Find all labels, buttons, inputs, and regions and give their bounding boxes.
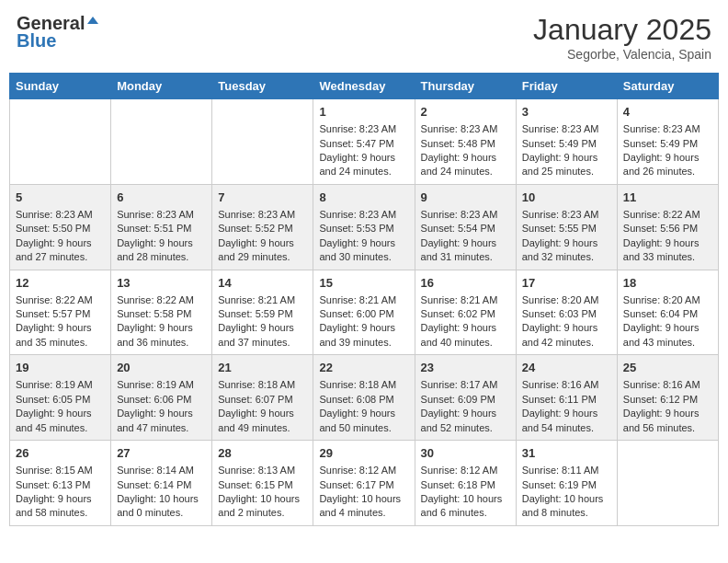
day-info: and 29 minutes.	[218, 250, 307, 264]
day-info: Sunset: 5:54 PM	[421, 222, 510, 236]
calendar-cell: 23Sunrise: 8:17 AMSunset: 6:09 PMDayligh…	[415, 355, 516, 441]
day-info: Sunset: 6:18 PM	[421, 478, 510, 492]
day-info: Daylight: 9 hours	[522, 236, 611, 250]
day-info: Daylight: 9 hours	[117, 236, 206, 250]
day-info: and 54 minutes.	[522, 421, 611, 435]
day-info: Sunrise: 8:23 AM	[319, 208, 408, 222]
day-info: Daylight: 9 hours	[319, 151, 408, 165]
day-info: Sunrise: 8:23 AM	[522, 208, 611, 222]
day-info: Sunset: 5:51 PM	[117, 222, 206, 236]
day-info: Sunrise: 8:23 AM	[16, 208, 105, 222]
calendar-cell: 15Sunrise: 8:21 AMSunset: 6:00 PMDayligh…	[313, 270, 415, 355]
day-info: Daylight: 9 hours	[421, 321, 510, 335]
day-info: Daylight: 9 hours	[522, 151, 611, 165]
calendar-cell: 25Sunrise: 8:16 AMSunset: 6:12 PMDayligh…	[617, 355, 718, 441]
day-info: Daylight: 10 hours	[421, 492, 510, 506]
day-info: Daylight: 10 hours	[117, 492, 206, 506]
day-number: 6	[117, 190, 206, 206]
logo: General Blue	[17, 13, 100, 52]
calendar-cell: 27Sunrise: 8:14 AMSunset: 6:14 PMDayligh…	[111, 441, 212, 526]
day-info: Sunset: 6:04 PM	[623, 307, 712, 321]
logo-icon	[85, 15, 100, 29]
day-header-wednesday: Wednesday	[313, 74, 415, 99]
day-header-friday: Friday	[516, 74, 617, 99]
calendar-cell: 14Sunrise: 8:21 AMSunset: 5:59 PMDayligh…	[212, 270, 313, 355]
day-number: 26	[16, 445, 105, 462]
day-info: Daylight: 10 hours	[319, 492, 408, 506]
day-info: Sunrise: 8:23 AM	[522, 122, 611, 136]
day-info: and 37 minutes.	[218, 336, 307, 350]
day-number: 27	[117, 445, 206, 462]
day-info: Sunrise: 8:23 AM	[623, 122, 712, 136]
day-info: Sunset: 5:53 PM	[319, 222, 408, 236]
day-info: Daylight: 9 hours	[319, 321, 408, 335]
day-header-saturday: Saturday	[617, 74, 718, 99]
day-info: Sunrise: 8:11 AM	[522, 464, 611, 477]
day-info: Daylight: 9 hours	[623, 407, 712, 420]
day-info: and 25 minutes.	[522, 165, 611, 178]
day-info: Sunrise: 8:17 AM	[421, 378, 510, 392]
calendar-week-5: 26Sunrise: 8:15 AMSunset: 6:13 PMDayligh…	[10, 441, 719, 526]
day-info: Sunrise: 8:12 AM	[421, 464, 510, 477]
day-info: Sunrise: 8:22 AM	[117, 293, 206, 307]
day-info: and 6 minutes.	[421, 506, 510, 520]
day-info: Sunrise: 8:23 AM	[319, 122, 408, 136]
day-header-sunday: Sunday	[10, 74, 111, 99]
day-info: Daylight: 9 hours	[218, 321, 307, 335]
day-info: Daylight: 10 hours	[218, 492, 307, 506]
day-info: Sunset: 5:57 PM	[16, 307, 105, 321]
day-info: and 31 minutes.	[421, 250, 510, 264]
day-info: Sunset: 5:58 PM	[117, 307, 206, 321]
day-number: 2	[421, 104, 510, 121]
day-info: Sunset: 5:48 PM	[421, 137, 510, 151]
day-info: Sunrise: 8:23 AM	[117, 208, 206, 222]
calendar-cell: 9Sunrise: 8:23 AMSunset: 5:54 PMDaylight…	[415, 184, 516, 270]
svg-marker-0	[87, 17, 98, 24]
day-info: Sunrise: 8:12 AM	[319, 464, 408, 477]
day-number: 1	[319, 104, 408, 121]
day-info: Sunset: 5:55 PM	[522, 222, 611, 236]
day-info: Sunset: 6:17 PM	[319, 478, 408, 492]
calendar-cell: 22Sunrise: 8:18 AMSunset: 6:08 PMDayligh…	[313, 355, 415, 441]
day-info: Sunrise: 8:13 AM	[218, 464, 307, 477]
calendar-cell	[617, 441, 718, 526]
day-number: 9	[421, 190, 510, 206]
day-info: Daylight: 9 hours	[16, 321, 105, 335]
day-info: Daylight: 9 hours	[117, 321, 206, 335]
day-info: Sunrise: 8:15 AM	[16, 464, 105, 477]
month-title: January 2025	[533, 13, 711, 47]
day-info: Sunset: 5:52 PM	[218, 222, 307, 236]
day-info: and 56 minutes.	[623, 421, 712, 435]
calendar-cell: 13Sunrise: 8:22 AMSunset: 5:58 PMDayligh…	[111, 270, 212, 355]
day-info: Daylight: 9 hours	[319, 236, 408, 250]
day-info: and 4 minutes.	[319, 506, 408, 520]
calendar-cell: 12Sunrise: 8:22 AMSunset: 5:57 PMDayligh…	[10, 270, 111, 355]
day-number: 4	[623, 104, 712, 121]
day-number: 28	[218, 445, 307, 462]
day-info: Sunset: 6:15 PM	[218, 478, 307, 492]
day-info: Sunset: 6:06 PM	[117, 393, 206, 407]
day-number: 10	[522, 190, 611, 206]
day-info: and 24 minutes.	[421, 165, 510, 178]
day-info: Sunrise: 8:21 AM	[421, 293, 510, 307]
day-info: Sunset: 6:02 PM	[421, 307, 510, 321]
day-info: and 2 minutes.	[218, 506, 307, 520]
day-info: Sunset: 5:56 PM	[623, 222, 712, 236]
day-info: Sunset: 6:19 PM	[522, 478, 611, 492]
day-info: and 49 minutes.	[218, 421, 307, 435]
day-number: 23	[421, 360, 510, 376]
day-info: Sunset: 6:00 PM	[319, 307, 408, 321]
day-number: 12	[16, 275, 105, 292]
calendar-week-2: 5Sunrise: 8:23 AMSunset: 5:50 PMDaylight…	[10, 184, 719, 270]
day-number: 15	[319, 275, 408, 292]
day-info: Daylight: 9 hours	[623, 236, 712, 250]
day-info: and 42 minutes.	[522, 336, 611, 350]
day-number: 14	[218, 275, 307, 292]
day-info: Sunrise: 8:23 AM	[421, 122, 510, 136]
day-info: and 8 minutes.	[522, 506, 611, 520]
day-number: 25	[623, 360, 712, 376]
header: General Blue January 2025 Segorbe, Valen…	[9, 9, 719, 65]
day-header-monday: Monday	[111, 74, 212, 99]
day-info: Sunset: 6:13 PM	[16, 478, 105, 492]
day-info: Sunset: 5:49 PM	[623, 137, 712, 151]
